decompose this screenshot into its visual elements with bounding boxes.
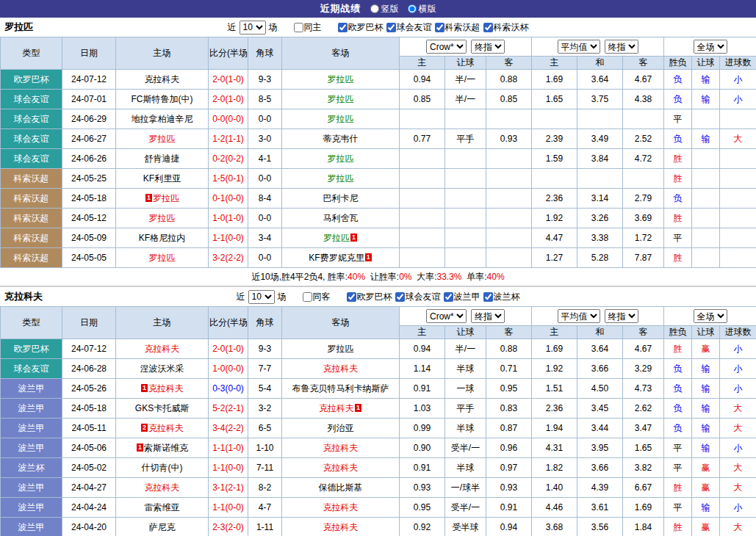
match-date: 24-06-26 [62, 149, 116, 169]
odds-stage-select[interactable]: 终指 [471, 309, 505, 323]
same-side-filter[interactable]: 同客 [303, 291, 331, 303]
team-text: 保德比斯基 [319, 482, 363, 493]
corner-score: 4-1 [248, 149, 282, 169]
result-goals: 大 [720, 478, 756, 498]
match-row: 波兰甲24-05-112克拉科夫3-4(2-2)6-5列治亚0.99半球0.87… [1, 419, 756, 438]
team-text: 什切青(中) [142, 463, 183, 473]
result-goals: 小 [720, 90, 756, 109]
result-wdl: 平 [664, 109, 692, 129]
home-team: 克拉科夫 [116, 70, 209, 90]
avg-home: 2.36 [532, 399, 577, 419]
league-filter-checkbox[interactable] [338, 23, 348, 32]
away-team: 克拉科夫 [282, 518, 400, 536]
odds-away: 0.87 [486, 419, 532, 438]
odds-away: 0.97 [486, 458, 532, 478]
topbar: 近期战绩 竖版横版 [0, 0, 756, 18]
matches-table: 类型日期主场比分(半场)角球客场Crow*终指平均值终指全场主让球客主和客胜负让… [0, 306, 756, 536]
sub-handicap-result: 让球 [692, 326, 720, 339]
result-handicap [692, 209, 720, 228]
league-filter-checkbox[interactable] [347, 292, 356, 302]
bookmaker-select[interactable]: Crow* [426, 309, 467, 323]
result-goals [720, 149, 756, 169]
avg-home [532, 169, 577, 189]
league-filter[interactable]: 科索沃超 [435, 21, 480, 34]
league-badge: 球会友谊 [1, 109, 62, 129]
league-filter[interactable]: 欧罗巴杯 [347, 291, 392, 303]
match-score: 1-5(0-1) [209, 169, 248, 189]
odds-stage-select[interactable]: 终指 [471, 40, 505, 54]
result-wdl: 负 [664, 189, 692, 209]
sub-goals: 进球数 [720, 326, 756, 339]
layout-radio-input[interactable] [408, 4, 417, 13]
league-filter-label: 球会友谊 [397, 21, 432, 34]
match-score: 0-2(0-2) [209, 149, 248, 169]
same-side-checkbox[interactable] [303, 292, 312, 302]
team-text: 巴利卡尼 [323, 193, 359, 203]
league-filter[interactable]: 波兰杯 [483, 291, 520, 303]
league-filter-checkbox[interactable] [444, 292, 453, 302]
recent-count-select[interactable]: 10 [248, 290, 275, 304]
avg-draw: 4.50 [577, 379, 623, 399]
odds-home: 0.93 [400, 478, 445, 498]
sub-avg-home: 主 [532, 57, 577, 70]
league-filter-checkbox[interactable] [435, 23, 444, 32]
scope-select[interactable]: 全场 [694, 309, 727, 323]
col-header-date: 日期 [62, 307, 116, 339]
result-handicap: 输 [692, 419, 720, 438]
average-select[interactable]: 平均值 [558, 309, 600, 323]
average-select[interactable]: 平均值 [558, 40, 600, 54]
avg-away: 4.67 [623, 70, 664, 90]
avg-home: 1.92 [532, 359, 577, 379]
league-filter-label: 波兰甲 [454, 291, 480, 303]
table-header-row: 类型日期主场比分(半场)角球客场Crow*终指平均值终指全场 [1, 307, 756, 326]
average-stage-select[interactable]: 终指 [605, 309, 638, 323]
league-filter-checkbox[interactable] [483, 292, 493, 302]
result-wdl: 胜 [664, 339, 692, 359]
avg-away: 1.84 [623, 518, 664, 536]
recent-label: 近 [228, 21, 237, 34]
sub-odds-away: 客 [486, 326, 532, 339]
match-date: 24-05-25 [62, 169, 116, 189]
league-badge: 科索沃超 [1, 189, 62, 209]
league-filter[interactable]: 欧罗巴杯 [338, 21, 384, 34]
league-filter[interactable]: 球会友谊 [386, 21, 432, 34]
same-side-filter[interactable]: 同主 [294, 21, 322, 34]
recent-label: 近 [237, 291, 245, 303]
league-filter-checkbox[interactable] [395, 292, 405, 302]
match-row: 波兰甲24-05-261克拉科夫0-3(0-0)5-4布鲁克贝特马利卡纳斯萨0.… [1, 379, 756, 399]
team-text: KF利里亚 [143, 173, 181, 184]
league-filter-checkbox[interactable] [386, 23, 396, 32]
bookmaker-select[interactable]: Crow* [426, 40, 467, 54]
league-filter[interactable]: 波兰甲 [444, 291, 480, 303]
league-filter[interactable]: 球会友谊 [395, 291, 441, 303]
layout-radio-horizontal[interactable]: 横版 [408, 3, 436, 15]
layout-radio-vertical[interactable]: 竖版 [370, 3, 399, 15]
average-stage-select[interactable]: 终指 [605, 40, 638, 54]
avg-draw: 3.45 [577, 399, 623, 419]
odds-home: 0.94 [400, 339, 445, 359]
odds-home: 0.95 [400, 498, 445, 518]
avg-away: 4.72 [623, 149, 664, 169]
corner-score: 0-0 [248, 109, 282, 129]
league-filter[interactable]: 科索沃杯 [483, 21, 529, 34]
col-header-away: 客场 [282, 37, 400, 70]
league-badge: 科索沃超 [1, 248, 62, 268]
odds-handicap: 受半球 [445, 518, 486, 536]
team-section: 罗拉匹近10场同主欧罗巴杯球会友谊科索沃超科索沃杯类型日期主场比分(半场)角球客… [0, 18, 756, 286]
avg-home: 1.69 [532, 70, 577, 90]
sub-odds-handicap: 让球 [445, 326, 486, 339]
match-date: 24-04-20 [62, 518, 116, 536]
layout-radio-input[interactable] [370, 4, 379, 13]
league-filter-checkbox[interactable] [483, 23, 493, 32]
away-team: 罗拉匹 [282, 90, 400, 109]
match-date: 24-05-09 [62, 228, 116, 248]
recent-count-select[interactable]: 10 [240, 21, 266, 35]
avg-draw: 3.75 [577, 90, 623, 109]
result-handicap: 赢 [692, 339, 720, 359]
scope-select[interactable]: 全场 [694, 40, 727, 54]
result-wdl: 负 [664, 90, 692, 109]
same-side-checkbox[interactable] [294, 23, 303, 32]
match-row: 球会友谊24-06-28涅波沃米采1-0(0-0)7-7克拉科夫1.14半球0.… [1, 359, 756, 379]
team-text: 罗拉匹 [328, 153, 354, 164]
result-handicap: 赢 [692, 518, 720, 536]
